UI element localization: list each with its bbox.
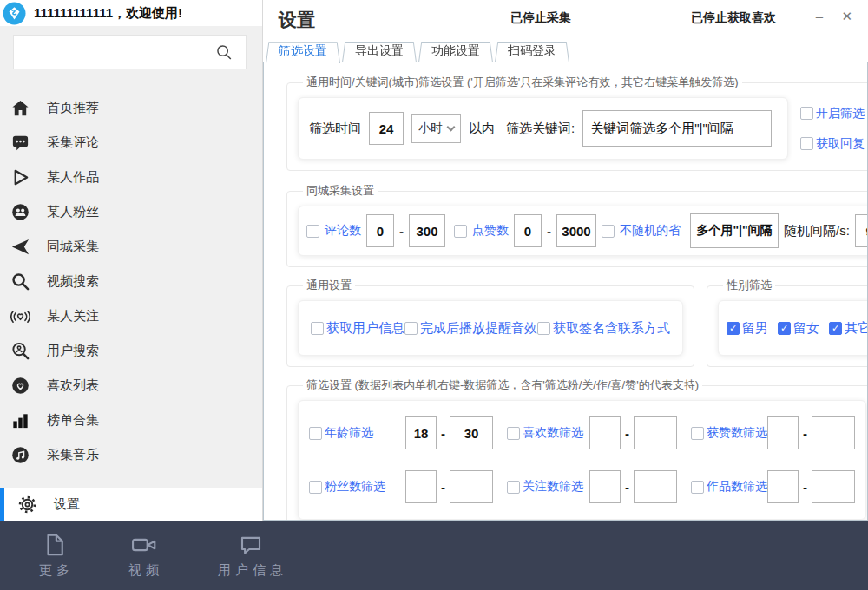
sidebar-item-label: 某人关注 — [47, 308, 99, 324]
minimize-button[interactable]: – — [816, 9, 823, 23]
sidebar-item-user-fans[interactable]: 某人粉丝 — [0, 194, 262, 229]
sidebar-item-label: 某人作品 — [47, 169, 99, 186]
app-logo-icon — [3, 2, 26, 25]
age-filter-checkbox[interactable] — [309, 427, 322, 440]
keep-male-checkbox[interactable] — [727, 322, 740, 335]
keyword-input[interactable] — [582, 110, 772, 147]
fans-filter-checkbox[interactable] — [309, 481, 322, 494]
province-input[interactable] — [690, 213, 779, 248]
bottombar-item-label: 视频 — [124, 562, 163, 579]
like-count-checkbox[interactable] — [454, 225, 467, 238]
province-checkbox[interactable] — [602, 225, 615, 238]
following-min-input[interactable] — [589, 470, 621, 503]
sidebar-item-label: 采集评论 — [47, 134, 99, 151]
tab-export-settings[interactable]: 导出设置 — [342, 40, 417, 62]
get-user-info-label: 获取用户信息 — [326, 320, 404, 337]
sidebar-item-home[interactable]: 首页推荐 — [0, 90, 262, 125]
comment-max-input[interactable] — [409, 214, 445, 247]
sidebar-menu: 首页推荐 采集评论 某人作品 某人粉丝 同城采集 视频搜索 — [0, 80, 262, 488]
bottombar-item-user-info[interactable]: 用户信息 — [214, 532, 287, 579]
praised-max-input[interactable] — [812, 416, 855, 449]
works-min-input[interactable] — [767, 470, 799, 503]
time-filter-label: 筛选时间 — [309, 121, 361, 137]
tab-filter-settings[interactable]: 筛选设置 — [266, 40, 340, 62]
works-filter-checkbox[interactable] — [691, 481, 704, 494]
sidebar-item-label: 用户搜索 — [47, 343, 99, 359]
time-unit-value: 小时 — [418, 121, 443, 136]
likes-max-input[interactable] — [634, 416, 677, 449]
group-legend: 性别筛选 — [723, 278, 775, 293]
play-sound-checkbox[interactable] — [404, 322, 418, 335]
like-min-input[interactable] — [514, 214, 542, 247]
tab-scan-login[interactable]: 扫码登录 — [495, 40, 569, 62]
sidebar-item-music-collect[interactable]: 采集音乐 — [0, 437, 262, 472]
sidebar-item-label: 喜欢列表 — [47, 377, 99, 394]
group-city-collect: 同城采集设置 评论数 - 点赞数 - 不随机的省 随机间隔/s: — [286, 183, 868, 267]
fans-min-input[interactable] — [405, 470, 437, 503]
keep-male-label: 留男 — [742, 320, 768, 337]
tab-panel: 通用时间/关键词(城市)筛选设置 ('开启筛选'只在采集评论有效，其它右键菜单触… — [263, 62, 868, 521]
sidebar-item-user-works[interactable]: 某人作品 — [0, 160, 262, 194]
comment-count-checkbox[interactable] — [306, 225, 319, 238]
sidebar-item-settings[interactable]: 设置 — [0, 488, 262, 521]
navigate-icon — [10, 236, 30, 257]
chevron-down-icon — [447, 122, 456, 131]
sidebar-item-comments[interactable]: 采集评论 — [0, 125, 262, 160]
sidebar-item-user-search[interactable]: 用户搜索 — [0, 333, 262, 368]
fans-icon — [10, 201, 30, 222]
app-window: 111111111111，欢迎使用! 首页推荐 采集评论 某人作品 — [0, 0, 868, 521]
age-max-input[interactable] — [450, 416, 493, 449]
age-min-input[interactable] — [405, 416, 437, 449]
likes-min-input[interactable] — [589, 416, 621, 449]
like-count-label: 点赞数 — [472, 223, 509, 239]
welcome-text: 111111111111，欢迎使用! — [34, 5, 182, 22]
time-unit-select[interactable]: 小时 — [411, 114, 461, 143]
fans-max-input[interactable] — [450, 470, 493, 503]
tab-function-settings[interactable]: 功能设置 — [418, 40, 493, 62]
bottombar-item-video[interactable]: 视频 — [124, 532, 163, 579]
sidebar-item-label: 同城采集 — [47, 239, 99, 255]
sidebar-item-label: 设置 — [54, 496, 80, 513]
following-max-input[interactable] — [634, 470, 677, 503]
random-interval-input[interactable] — [855, 214, 868, 247]
following-filter-checkbox[interactable] — [507, 481, 520, 494]
get-reply-checkbox[interactable] — [800, 137, 813, 150]
likes-filter-checkbox[interactable] — [507, 427, 520, 440]
follow-signal-icon — [10, 305, 30, 326]
works-max-input[interactable] — [812, 470, 855, 503]
titlebar: 设置 已停止采集 已停止获取喜欢 – ✕ — [263, 0, 868, 40]
bar-chart-icon — [10, 410, 30, 430]
search-input[interactable] — [13, 35, 247, 69]
get-user-info-checkbox[interactable] — [311, 322, 324, 335]
sidebar-item-likes-list[interactable]: 喜欢列表 — [0, 368, 262, 403]
praised-filter-checkbox[interactable] — [691, 427, 704, 440]
enable-filter-checkbox[interactable] — [800, 107, 813, 120]
keep-female-checkbox[interactable] — [778, 322, 791, 335]
close-button[interactable]: ✕ — [841, 9, 852, 24]
time-value-input[interactable] — [369, 112, 404, 145]
bottombar-item-more[interactable]: 更多 — [35, 532, 74, 579]
within-label: 以内 — [469, 121, 495, 137]
keyword-filter-label: 筛选关键词: — [506, 121, 575, 137]
praised-min-input[interactable] — [767, 416, 799, 449]
sidebar-item-user-follows[interactable]: 某人关注 — [0, 298, 262, 333]
play-sound-label: 完成后播放提醒音效 — [420, 320, 537, 337]
works-filter-label: 作品数筛选 — [707, 479, 767, 495]
sidebar-item-city-collect[interactable]: 同城采集 — [0, 229, 262, 264]
other-gender-checkbox[interactable] — [829, 322, 842, 335]
like-max-input[interactable] — [556, 214, 596, 247]
sidebar-item-video-search[interactable]: 视频搜索 — [0, 264, 262, 298]
comment-min-input[interactable] — [366, 214, 394, 247]
user-search-icon — [10, 340, 30, 361]
likes-filter-label: 喜欢数筛选 — [523, 425, 583, 441]
message-icon — [238, 532, 264, 558]
bottom-bar: 更多 视频 用户信息 — [0, 521, 868, 590]
range-dash: - — [625, 426, 629, 441]
sidebar: 111111111111，欢迎使用! 首页推荐 采集评论 某人作品 — [0, 0, 263, 521]
sidebar-header: 111111111111，欢迎使用! — [0, 0, 262, 26]
group-gender-filter: 性别筛选 留男 留女 其它 — [707, 278, 868, 367]
group-general-settings: 通用设置 获取用户信息 完成后播放提醒音效 获取签名含联系方式 — [286, 278, 694, 367]
signature-contact-checkbox[interactable] — [537, 322, 550, 335]
sidebar-item-rank-collection[interactable]: 榜单合集 — [0, 403, 262, 437]
video-search-icon — [10, 271, 30, 292]
